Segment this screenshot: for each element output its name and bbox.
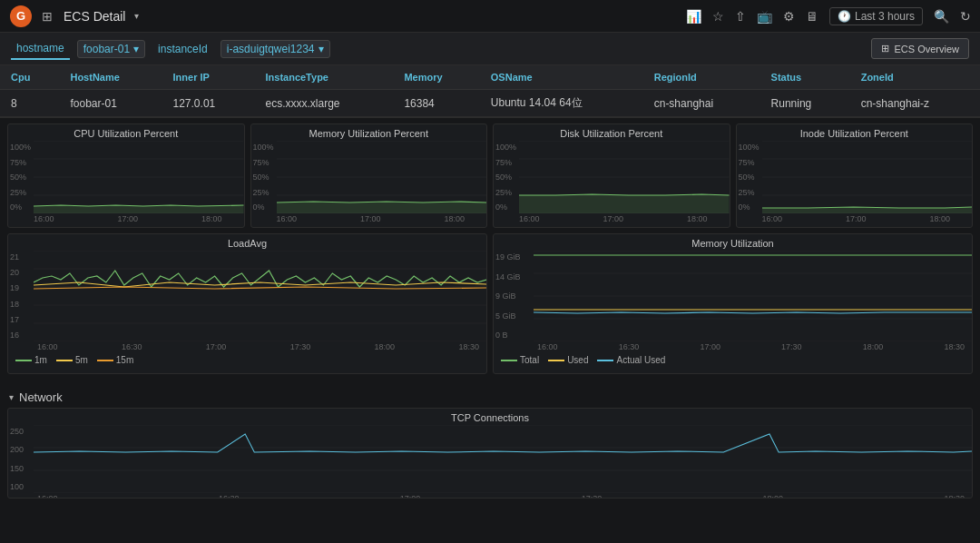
memory-util-legend: Total Used Actual Used bbox=[494, 353, 972, 369]
grid-small-icon: ⊞ bbox=[881, 43, 889, 54]
table-row: 8 foobar-01 127.0.01 ecs.xxxx.xlarge 163… bbox=[0, 90, 980, 117]
share-icon[interactable]: ⇧ bbox=[735, 9, 746, 24]
legend-15m: 15m bbox=[97, 355, 133, 365]
loadavg-title: LoadAvg bbox=[8, 234, 486, 251]
tcp-chart-title: TCP Connections bbox=[8, 409, 972, 425]
cpu-utilization-chart: CPU Utilization Percent 100% 75% 50% 25%… bbox=[7, 123, 245, 228]
svg-marker-25 bbox=[762, 207, 973, 213]
bar-chart-icon[interactable]: 📊 bbox=[686, 9, 701, 24]
time-range-picker[interactable]: 🕐 Last 3 hours bbox=[829, 7, 923, 25]
loadavg-legend: 1m 5m 15m bbox=[8, 353, 486, 369]
large-charts-row: LoadAvg 21 20 19 18 17 16 bbox=[7, 233, 973, 374]
ecs-overview-button[interactable]: ⊞ ECS Overview bbox=[871, 38, 969, 59]
legend-total: Total bbox=[501, 355, 539, 365]
network-charts-area: TCP Connections 250 200 150 100 16:00 16… bbox=[0, 408, 980, 504]
cell-hostname: foobar-01 bbox=[59, 90, 162, 117]
charts-section: CPU Utilization Percent 100% 75% 50% 25%… bbox=[0, 118, 980, 385]
col-innerip: Inner IP bbox=[162, 65, 255, 90]
cell-osname: Ubuntu 14.04 64位 bbox=[480, 90, 643, 117]
network-section-title: Network bbox=[19, 390, 63, 404]
instanceid-caret-icon: ▾ bbox=[318, 43, 324, 55]
tv-icon[interactable]: 📺 bbox=[757, 9, 772, 24]
inode-chart-title: Inode Utilization Percent bbox=[737, 124, 973, 141]
time-range-label: Last 3 hours bbox=[855, 10, 915, 23]
memory-utilization-percent-chart: Memory Utilization Percent 100% 75% 50% … bbox=[250, 123, 488, 228]
legend-used: Used bbox=[548, 355, 588, 365]
network-section-header: ▾ Network bbox=[0, 385, 980, 408]
cell-regionid: cn-shanghai bbox=[643, 90, 760, 117]
hostname-tab[interactable]: hostname bbox=[11, 38, 70, 60]
title-caret-icon[interactable]: ▾ bbox=[134, 11, 139, 21]
disk-utilization-chart: Disk Utilization Percent 100% 75% 50% 25… bbox=[493, 123, 730, 228]
instanceid-value: i-asduigtqwei1234 bbox=[227, 43, 315, 55]
col-instancetype: InstanceType bbox=[254, 65, 393, 90]
col-hostname: HostName bbox=[59, 65, 162, 90]
gear-icon[interactable]: ⚙ bbox=[783, 9, 795, 24]
cell-cpu: 8 bbox=[0, 90, 59, 117]
cell-memory: 16384 bbox=[393, 90, 479, 117]
top-nav: G ⊞ ECS Detail ▾ 📊 ☆ ⇧ 📺 ⚙ 🖥 🕐 Last 3 ho… bbox=[0, 0, 980, 33]
hostname-dropdown[interactable]: foobar-01 ▾ bbox=[77, 40, 145, 58]
cell-innerip: 127.0.01 bbox=[162, 90, 255, 117]
svg-text:G: G bbox=[16, 9, 25, 23]
grid-icon[interactable]: ⊞ bbox=[42, 9, 53, 24]
memory-util-title: Memory Utilization bbox=[494, 234, 972, 251]
legend-5m: 5m bbox=[56, 355, 88, 365]
svg-marker-19 bbox=[519, 194, 730, 213]
small-charts-row: CPU Utilization Percent 100% 75% 50% 25%… bbox=[7, 123, 973, 228]
instance-info-table: Cpu HostName Inner IP InstanceType Memor… bbox=[0, 65, 980, 117]
disk-x-labels: 16:00 17:00 18:00 bbox=[494, 213, 730, 225]
legend-1m: 1m bbox=[15, 355, 47, 365]
tcp-connections-chart: TCP Connections 250 200 150 100 16:00 16… bbox=[7, 408, 973, 499]
cell-zoneid: cn-shanghai-z bbox=[850, 90, 980, 117]
logo-icon: G bbox=[9, 5, 33, 28]
clock-icon: 🕐 bbox=[838, 10, 851, 23]
monitor-icon[interactable]: 🖥 bbox=[806, 9, 818, 24]
col-memory: Memory bbox=[393, 65, 479, 90]
legend-actual-used: Actual Used bbox=[597, 355, 665, 365]
filter-bar: hostname foobar-01 ▾ instanceId i-asduig… bbox=[0, 33, 980, 65]
col-osname: OSName bbox=[480, 65, 643, 90]
search-icon[interactable]: 🔍 bbox=[934, 9, 949, 24]
svg-marker-13 bbox=[277, 202, 487, 213]
cpu-x-labels: 16:00 17:00 18:00 bbox=[8, 213, 244, 225]
page-title: ECS Detail bbox=[64, 9, 125, 24]
cpu-chart-title: CPU Utilization Percent bbox=[8, 124, 244, 141]
refresh-icon[interactable]: ↻ bbox=[960, 9, 971, 24]
network-chevron-icon[interactable]: ▾ bbox=[9, 392, 14, 402]
col-zoneid: ZoneId bbox=[850, 65, 980, 90]
inode-utilization-chart: Inode Utilization Percent 100% 75% 50% 2… bbox=[736, 123, 974, 228]
cell-instancetype: ecs.xxxx.xlarge bbox=[254, 90, 393, 117]
disk-chart-title: Disk Utilization Percent bbox=[494, 124, 730, 141]
instanceid-dropdown[interactable]: i-asduigtqwei1234 ▾ bbox=[220, 40, 330, 58]
col-status: Status bbox=[760, 65, 850, 90]
col-regionid: RegionId bbox=[643, 65, 760, 90]
cell-status: Running bbox=[760, 90, 850, 117]
memory-percent-x-labels: 16:00 17:00 18:00 bbox=[251, 213, 487, 225]
memory-percent-chart-title: Memory Utilization Percent bbox=[251, 124, 487, 141]
memory-utilization-chart: Memory Utilization 19 GiB 14 GiB 9 GiB 5… bbox=[493, 233, 973, 374]
star-icon[interactable]: ☆ bbox=[712, 9, 724, 24]
hostname-value: foobar-01 bbox=[83, 43, 130, 55]
hostname-caret-icon: ▾ bbox=[133, 43, 139, 55]
instanceid-tab[interactable]: instanceId bbox=[152, 39, 213, 59]
inode-x-labels: 16:00 17:00 18:00 bbox=[737, 213, 973, 225]
svg-marker-7 bbox=[34, 205, 244, 213]
loadavg-chart: LoadAvg 21 20 19 18 17 16 bbox=[7, 233, 487, 374]
col-cpu: Cpu bbox=[0, 65, 59, 90]
info-table-section: Cpu HostName Inner IP InstanceType Memor… bbox=[0, 65, 980, 118]
